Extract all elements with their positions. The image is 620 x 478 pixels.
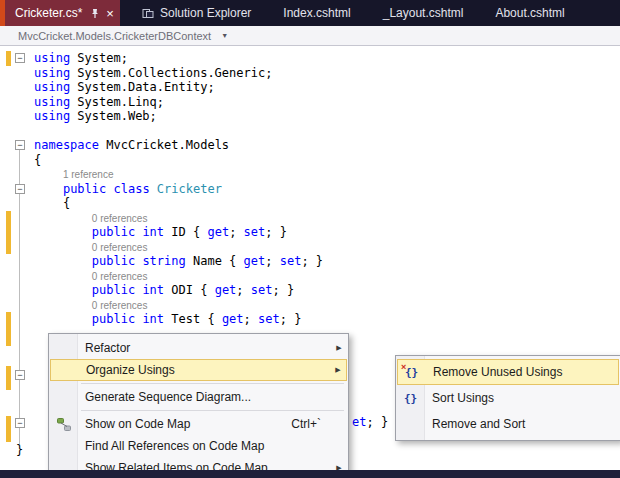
fold-collapse-icon[interactable]: − [15, 370, 25, 380]
submenu-arrow-icon: ▶ [330, 366, 346, 374]
code-line[interactable] [0, 124, 620, 139]
menu-item-label: Remove Unused Usings [425, 365, 602, 379]
codelens-text: 1 reference [34, 169, 114, 180]
menu-item-label: Show on Code Map [77, 417, 291, 431]
menu-item-label: Generate Sequence Diagram... [77, 390, 331, 404]
code-text: using System.Data.Entity; [34, 80, 215, 94]
menu-icon-empty [50, 386, 77, 408]
codelens-line[interactable]: 1 reference [0, 167, 620, 182]
code-text: { [34, 196, 70, 210]
codelens-text: 0 references [34, 300, 147, 311]
menu-item-label: Refactor [77, 341, 331, 355]
change-tracking-bar [6, 326, 11, 346]
code-text: public class Cricketer [34, 182, 222, 196]
change-tracking-bar [6, 225, 11, 240]
fold-collapse-icon[interactable]: − [15, 418, 25, 428]
code-text: public int ID { get; set; } [34, 225, 287, 239]
status-bar [0, 470, 620, 478]
breadcrumb[interactable]: MvcCricket.Models.CricketerDBContext [18, 30, 211, 42]
change-tracking-bar [6, 240, 11, 255]
tab-about-cshtml[interactable]: About.cshtml [485, 0, 574, 26]
change-tracking-bar [6, 312, 11, 327]
tab-label: Cricketer.cs* [15, 6, 82, 20]
code-text: using System.Collections.Generic; [34, 66, 272, 80]
code-line[interactable]: using System.Linq; [0, 95, 620, 110]
chevron-down-icon[interactable]: ▼ [221, 32, 228, 39]
code-text: using System.Web; [34, 109, 157, 123]
code-line[interactable]: { [0, 153, 620, 168]
tab-label: Solution Explorer [160, 6, 251, 20]
menu-item-show-on-code-map[interactable]: Show on Code MapCtrl+` [50, 413, 347, 435]
menu-icon-empty [50, 337, 77, 359]
code-text: public int Test { get; set; } [34, 312, 301, 326]
codelens-line[interactable]: 0 references [0, 211, 620, 226]
code-text: public string Name { get; set; } [34, 254, 323, 268]
code-line[interactable]: public int ID { get; set; } [0, 225, 620, 240]
solution-explorer-icon [142, 8, 154, 19]
code-line[interactable]: { [0, 196, 620, 211]
change-tracking-bar [6, 416, 11, 442]
remove-usings-icon: {}× [398, 360, 425, 384]
tab-layout-cshtml[interactable]: _Layout.cshtml [373, 0, 474, 26]
code-text: { [34, 153, 41, 167]
menu-item-sort-usings[interactable]: {}Sort Usings [397, 385, 619, 411]
fold-collapse-icon[interactable]: − [15, 140, 25, 150]
sort-usings-icon: {} [397, 385, 424, 411]
fold-collapse-icon[interactable]: − [15, 53, 25, 63]
menu-icon-empty [397, 411, 424, 437]
code-line[interactable]: using System.Web; [0, 109, 620, 124]
tab-cricketer-cs[interactable]: Cricketer.cs* × [5, 0, 120, 26]
clipped-code-fragment[interactable]: et; } [352, 415, 388, 429]
code-line[interactable]: public string Name { get; set; } [0, 254, 620, 269]
codelens-line[interactable]: 0 references [0, 298, 620, 313]
namespace-closing-brace[interactable]: } [16, 443, 23, 457]
menu-item-remove-unused-usings[interactable]: {}×Remove Unused Usings [397, 359, 619, 385]
codelens-text: 0 references [34, 213, 147, 224]
menu-shortcut: Ctrl+` [291, 417, 331, 431]
menu-item-find-all-references-on-code-map[interactable]: Find All References on Code Map [50, 435, 347, 457]
tab-label: Index.cshtml [283, 6, 350, 20]
navigation-bar[interactable]: MvcCricket.Models.CricketerDBContext ▼ [0, 26, 620, 46]
menu-item-remove-and-sort[interactable]: Remove and Sort [397, 411, 619, 437]
organize-usings-submenu: {}×Remove Unused Usings{}Sort UsingsRemo… [395, 355, 620, 441]
code-line[interactable]: −namespace MvcCricket.Models [0, 138, 620, 153]
menu-item-generate-sequence-diagram[interactable]: Generate Sequence Diagram... [50, 386, 347, 408]
fold-collapse-icon[interactable]: − [15, 184, 25, 194]
close-icon[interactable]: × [106, 7, 114, 20]
code-map-icon [50, 413, 77, 435]
tab-index-cshtml[interactable]: Index.cshtml [273, 0, 360, 26]
change-tracking-bar [6, 211, 11, 226]
code-text: namespace MvcCricket.Models [34, 138, 229, 152]
change-tracking-bar [6, 51, 11, 66]
menu-item-label: Find All References on Code Map [77, 439, 331, 453]
pin-icon[interactable] [90, 8, 100, 19]
visual-studio-window: Cricketer.cs* × Solution Explorer Index.… [0, 0, 620, 478]
change-tracking-bar [6, 366, 11, 390]
code-text: using System; [34, 51, 128, 65]
menu-item-label: Organize Usings [78, 363, 330, 377]
menu-icon-empty [50, 435, 77, 457]
code-line[interactable]: −using System; [0, 51, 620, 66]
context-menu: Refactor▶Organize Usings▶Generate Sequen… [48, 333, 349, 478]
menu-separator [81, 410, 344, 411]
tab-label: _Layout.cshtml [383, 6, 464, 20]
code-text: using System.Linq; [34, 95, 164, 109]
code-line[interactable]: public int ODI { get; set; } [0, 283, 620, 298]
code-text: public int ODI { get; set; } [34, 283, 294, 297]
codelens-text: 0 references [34, 242, 147, 253]
tab-solution-explorer[interactable]: Solution Explorer [132, 0, 261, 26]
document-tab-bar: Cricketer.cs* × Solution Explorer Index.… [0, 0, 620, 26]
submenu-arrow-icon: ▶ [331, 344, 347, 352]
code-lines: −using System;using System.Collections.G… [0, 51, 620, 327]
tab-label: About.cshtml [495, 6, 564, 20]
code-line[interactable]: − public class Cricketer [0, 182, 620, 197]
code-line[interactable]: using System.Collections.Generic; [0, 66, 620, 81]
code-line[interactable]: using System.Data.Entity; [0, 80, 620, 95]
menu-icon-empty [51, 360, 78, 380]
codelens-line[interactable]: 0 references [0, 269, 620, 284]
menu-item-label: Remove and Sort [424, 417, 603, 431]
codelens-line[interactable]: 0 references [0, 240, 620, 255]
code-line[interactable]: public int Test { get; set; } [0, 312, 620, 327]
menu-item-organize-usings[interactable]: Organize Usings▶ [50, 359, 347, 381]
menu-item-refactor[interactable]: Refactor▶ [50, 337, 347, 359]
